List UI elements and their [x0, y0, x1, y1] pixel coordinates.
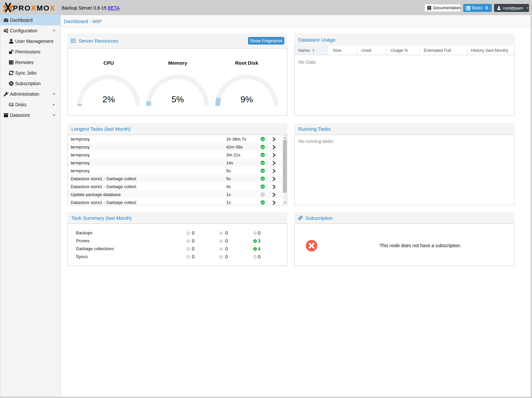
svg-text:PROXMOX: PROXMOX [13, 4, 55, 12]
